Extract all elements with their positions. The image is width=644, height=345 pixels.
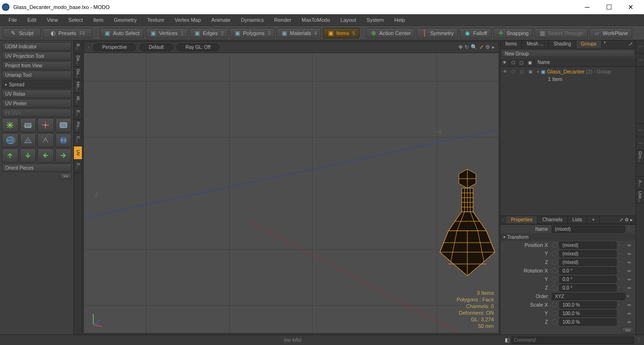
right-tab[interactable]: ⋮ <box>636 124 644 137</box>
tree-row[interactable]: 👁⬡▢▣ + ▣ Glass_Decanter (2) : Group <box>501 68 635 75</box>
tree-body[interactable]: 👁⬡▢▣ + ▣ Glass_Decanter (2) : Group 1 It… <box>501 67 635 216</box>
menu-system[interactable]: System <box>362 16 389 24</box>
left-tab[interactable]: Me... <box>74 80 82 93</box>
keyframe-dot[interactable] <box>552 242 557 248</box>
tab-mesh[interactable]: Mesh ... <box>522 40 549 48</box>
arrow-up-icon[interactable] <box>2 148 18 163</box>
minimize-button[interactable]: ─ <box>581 2 594 12</box>
menu-texture[interactable]: Texture <box>143 16 169 24</box>
tool-icon[interactable] <box>55 118 72 132</box>
menu-edit[interactable]: Edit <box>23 16 41 24</box>
order-field[interactable]: XYZ <box>552 293 625 300</box>
right-tab[interactable]: ⋮ <box>636 137 644 150</box>
menu-file[interactable]: File <box>4 16 22 24</box>
viewport[interactable]: ◦ Perspective Default Ray GL: Off ✥ ↻ 🔍 … <box>83 41 499 334</box>
viewport-options-icon[interactable]: ◦ <box>88 45 89 50</box>
scale-z-field[interactable]: 100.0 % <box>559 318 617 326</box>
eye-icon[interactable]: 👁 <box>501 60 509 65</box>
rot-y-field[interactable]: 0.0 ° <box>559 276 617 283</box>
tab-shading[interactable]: Shading <box>549 40 576 48</box>
raygl-pill[interactable]: Ray GL: Off <box>177 44 220 51</box>
model-wireframe[interactable] <box>434 167 499 300</box>
left-tab[interactable]: E... <box>74 107 82 120</box>
menu-icon[interactable]: ⋮ <box>636 337 641 343</box>
tab-lists[interactable]: Lists <box>568 216 588 224</box>
falloff-button[interactable]: ◉Falloff <box>460 28 492 38</box>
sculpt-button[interactable]: ✎Sculpt <box>3 28 41 38</box>
zoom-icon[interactable]: 🔍 <box>471 44 477 50</box>
keyframe-dot[interactable] <box>552 302 557 308</box>
keyframe-dot[interactable] <box>552 268 557 273</box>
right-tab[interactable]: ⋮ <box>636 40 644 54</box>
play-icon[interactable]: ▸ <box>492 44 495 50</box>
scale-y-field[interactable]: 100.0 % <box>559 310 617 317</box>
tab-items[interactable]: Items <box>501 40 522 48</box>
keyframe-dot[interactable] <box>552 310 557 316</box>
symmetry-button[interactable]: ┃Symmetry <box>417 28 458 38</box>
right-tab[interactable]: Gro... <box>636 150 644 163</box>
left-tab[interactable]: B... <box>74 40 82 54</box>
action-center-button[interactable]: ⊕Action Center <box>366 28 415 38</box>
close-button[interactable]: ✕ <box>624 2 637 12</box>
left-tab-uv[interactable]: UV <box>74 146 82 160</box>
right-tab[interactable] <box>636 163 644 177</box>
tab-channels[interactable]: Channels <box>537 216 567 224</box>
tool-icon[interactable] <box>2 133 18 147</box>
rot-x-field[interactable]: 0.0 ° <box>559 267 617 274</box>
rotate-icon[interactable]: ↻ <box>465 44 469 50</box>
menu-item[interactable]: Item <box>89 16 108 24</box>
unwrap-tool-button[interactable]: Unwrap Tool <box>2 71 72 79</box>
tool-icon[interactable] <box>20 133 36 147</box>
menu-vertex-map[interactable]: Vertex Map <box>170 16 206 24</box>
select-through-button[interactable]: ▦Select Through <box>535 28 587 38</box>
shading-pill[interactable]: Default <box>140 44 173 51</box>
left-tab[interactable]: W... <box>74 93 82 107</box>
keyframe-dot[interactable] <box>552 319 557 325</box>
transform-section[interactable]: Transform <box>501 233 635 241</box>
tab-properties[interactable]: Properties <box>506 216 538 224</box>
left-tab[interactable]: Po... <box>74 120 82 133</box>
menu-dynamics[interactable]: Dynamics <box>236 16 268 24</box>
pos-y-field[interactable]: (mixed) <box>559 250 617 257</box>
keyframe-dot[interactable] <box>552 259 557 265</box>
move-icon[interactable]: ✥ <box>458 44 463 50</box>
view-mode-pill[interactable]: Perspective <box>93 44 136 51</box>
menu-render[interactable]: Render <box>269 16 296 24</box>
udim-indicator-button[interactable]: UDIM Indicator <box>2 42 72 51</box>
viewport-3d[interactable]: +X -Z <box>84 53 499 333</box>
left-tab[interactable]: F... <box>74 160 82 173</box>
tab-add[interactable]: + <box>587 216 600 224</box>
mode-materials[interactable]: ▣Materials4 <box>277 28 321 38</box>
menu-geometry[interactable]: Geometry <box>109 16 141 24</box>
menu-help[interactable]: Help <box>390 16 410 24</box>
mode-polygons[interactable]: ▣Polygons3 <box>230 28 275 38</box>
col-icon[interactable]: ⬡ <box>509 60 518 65</box>
menu-animate[interactable]: Animate <box>206 16 235 24</box>
mode-auto-select[interactable]: ▣Auto Select <box>100 28 144 38</box>
right-tab[interactable]: ⋮ <box>636 54 644 67</box>
arrow-left-icon[interactable] <box>37 148 54 163</box>
keyframe-dot[interactable] <box>552 251 557 256</box>
mode-vertices[interactable]: ▣Vertices1 <box>146 28 188 38</box>
scale-x-field[interactable]: 100.0 % <box>559 301 617 309</box>
pos-x-field[interactable]: (mixed) <box>559 242 617 249</box>
right-tab[interactable]: A... <box>636 177 644 190</box>
tool-icon[interactable] <box>20 118 36 132</box>
left-tab[interactable]: De... <box>74 54 82 67</box>
presets-button[interactable]: ◐PresetsF6 <box>43 28 92 38</box>
keyframe-dot[interactable] <box>552 285 557 291</box>
uv-relax-button[interactable]: UV Relax <box>2 90 72 98</box>
menu-view[interactable]: View <box>42 16 63 24</box>
expand-icon[interactable]: ⤢ ⚙ ▸ <box>617 216 635 224</box>
right-tab[interactable]: Use... <box>636 190 644 203</box>
project-from-view-button[interactable]: Project from View <box>2 61 72 70</box>
fit-uvs-button[interactable]: Fit UVs <box>2 109 72 117</box>
arrow-right-icon[interactable] <box>55 148 72 163</box>
history-icon[interactable]: ◧ <box>505 337 510 343</box>
snapping-button[interactable]: ✛Snapping <box>493 28 533 38</box>
collapse-button[interactable]: >> <box>622 327 634 334</box>
mode-edges[interactable]: ▣Edges2 <box>190 28 228 38</box>
tool-icon[interactable] <box>37 133 54 147</box>
left-tab[interactable]: C... <box>74 133 82 146</box>
col-icon[interactable]: ▢ <box>518 60 526 65</box>
